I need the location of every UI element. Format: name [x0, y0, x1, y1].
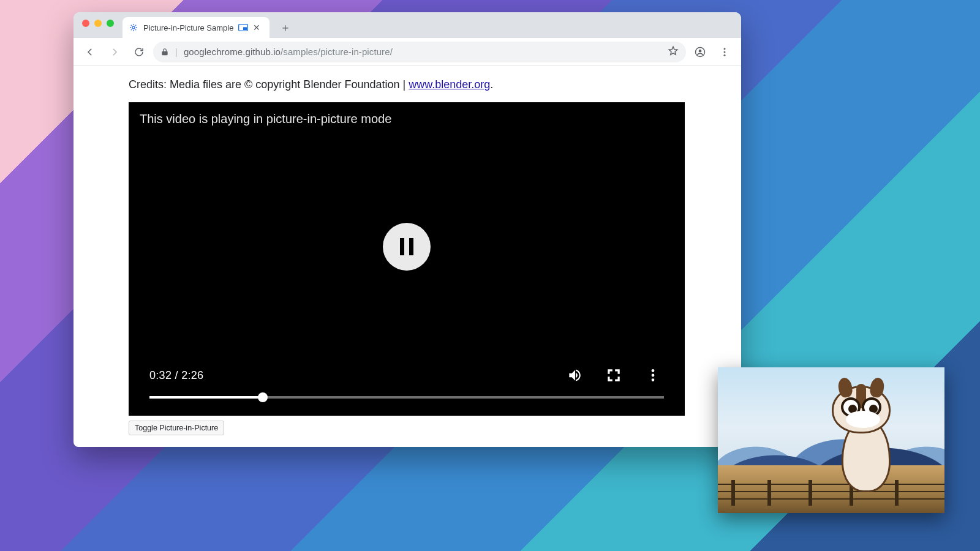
browser-window: Picture-in-Picture Sample ✕ ＋ | googlech… — [74, 12, 741, 447]
video-volume-button[interactable] — [564, 364, 586, 386]
pip-character — [820, 382, 918, 492]
video-fullscreen-button[interactable] — [603, 364, 625, 386]
nav-back-button[interactable] — [80, 42, 100, 62]
video-time-sep: / — [172, 369, 181, 381]
video-duration: 2:26 — [181, 369, 203, 381]
credits-line: Credits: Media files are © copyright Ble… — [129, 78, 686, 91]
window-zoom-button[interactable] — [107, 20, 114, 27]
window-controls — [82, 20, 114, 27]
video-more-button[interactable] — [642, 364, 664, 386]
browser-menu-button[interactable] — [714, 42, 735, 62]
svg-point-5 — [724, 48, 726, 50]
omnibox-url: googlechrome.github.io/samples/picture-i… — [184, 47, 393, 57]
bookmark-star-icon[interactable] — [668, 45, 679, 58]
svg-rect-2 — [243, 27, 247, 30]
pip-window[interactable] — [718, 367, 944, 513]
pip-video-frame — [718, 367, 944, 513]
page-viewport: Credits: Media files are © copyright Ble… — [74, 66, 741, 447]
browser-toolbar: | googlechrome.github.io/samples/picture… — [74, 38, 741, 66]
svg-point-0 — [132, 26, 135, 29]
pip-indicator-icon — [238, 24, 248, 31]
svg-point-4 — [699, 49, 702, 52]
svg-point-9 — [652, 374, 655, 377]
tab-title: Picture-in-Picture Sample — [143, 23, 233, 32]
nav-forward-button[interactable] — [104, 42, 125, 62]
toggle-pip-button[interactable]: Toggle Picture-in-Picture — [129, 421, 224, 435]
omnibox-path: /samples/picture-in-picture/ — [281, 47, 393, 57]
omnibox-host: googlechrome.github.io — [184, 47, 281, 57]
window-close-button[interactable] — [82, 20, 89, 27]
active-tab[interactable]: Picture-in-Picture Sample ✕ — [123, 17, 270, 38]
video-progress-slider[interactable] — [149, 396, 664, 399]
svg-point-10 — [652, 378, 655, 381]
omnibox-separator: | — [175, 47, 178, 57]
credits-text: Credits: Media files are © copyright Ble… — [129, 78, 409, 91]
video-pause-button[interactable] — [383, 223, 431, 271]
lock-icon — [160, 48, 169, 56]
address-bar[interactable]: | googlechrome.github.io/samples/picture… — [153, 42, 686, 62]
pause-icon — [400, 238, 413, 255]
video-pip-message: This video is playing in picture-in-pict… — [140, 112, 391, 126]
video-time-display: 0:32 / 2:26 — [149, 369, 203, 382]
video-controls: 0:32 / 2:26 — [129, 364, 685, 386]
tab-close-button[interactable]: ✕ — [253, 23, 260, 32]
svg-point-7 — [724, 54, 726, 56]
svg-point-6 — [724, 51, 726, 53]
window-minimize-button[interactable] — [94, 20, 102, 27]
nav-reload-button[interactable] — [129, 42, 149, 62]
credits-link[interactable]: www.blender.org — [409, 78, 490, 91]
tab-favicon-icon — [129, 23, 138, 32]
video-current-time: 0:32 — [149, 369, 172, 381]
new-tab-button[interactable]: ＋ — [277, 19, 294, 36]
svg-point-8 — [652, 369, 655, 372]
video-player[interactable]: This video is playing in picture-in-pict… — [129, 102, 685, 416]
video-progress-thumb[interactable] — [258, 392, 268, 402]
tab-strip: Picture-in-Picture Sample ✕ ＋ — [74, 12, 741, 38]
credits-suffix: . — [490, 78, 493, 91]
profile-avatar-button[interactable] — [690, 42, 710, 62]
video-progress-fill — [149, 396, 263, 399]
